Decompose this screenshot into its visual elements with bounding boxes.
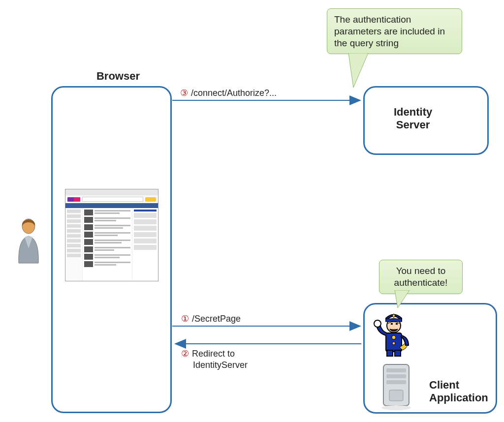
svg-point-3 (392, 342, 395, 345)
svg-point-5 (374, 320, 381, 327)
svg-point-2 (392, 335, 396, 339)
client-application-title: Client Application (429, 379, 488, 405)
step3-label: ③/connect/Authorize?... (180, 88, 277, 99)
step1-label: ①/SecretPage (181, 313, 241, 325)
svg-point-18 (381, 405, 411, 410)
browser-title: Browser (89, 70, 148, 83)
server-tower-icon (377, 362, 416, 411)
svg-rect-16 (386, 380, 406, 384)
callout-auth-params-tail (345, 53, 374, 89)
svg-rect-10 (396, 323, 398, 325)
user-icon (14, 216, 43, 266)
identity-server-title: Identity Server (394, 106, 432, 132)
svg-rect-7 (395, 350, 401, 356)
svg-rect-11 (386, 319, 402, 322)
svg-rect-6 (387, 350, 393, 356)
svg-rect-9 (391, 323, 393, 325)
step2-label: ②Redirect to IdentityServer (181, 348, 270, 370)
svg-rect-14 (386, 368, 406, 372)
yahoo-logo (67, 197, 80, 202)
svg-rect-15 (386, 374, 406, 378)
svg-rect-17 (389, 390, 403, 401)
callout-need-auth-tail (393, 290, 412, 309)
browser-page-thumbnail (65, 189, 158, 281)
police-guard-icon (369, 306, 416, 358)
callout-auth-params: The authentication parameters are includ… (327, 8, 462, 54)
callout-need-auth: You need to authenticate! (379, 260, 463, 294)
